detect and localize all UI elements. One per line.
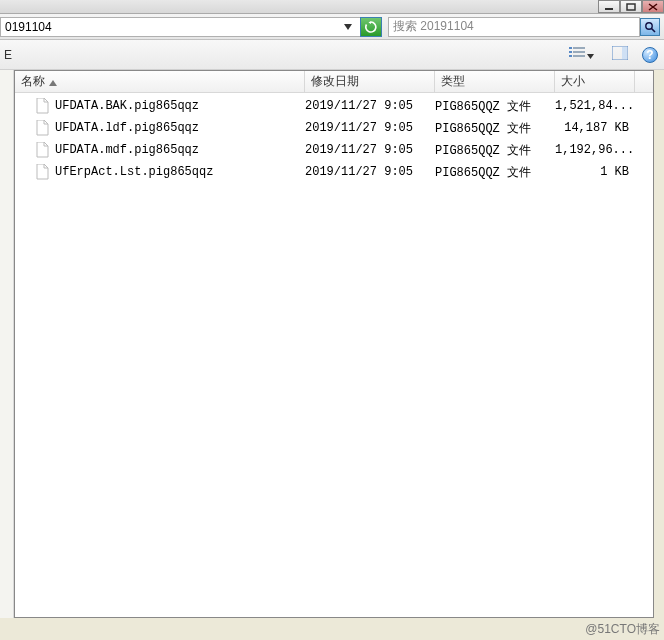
file-row[interactable]: UFDATA.mdf.pig865qqz2019/11/27 9:05PIG86… xyxy=(15,139,653,161)
file-name: UFDATA.ldf.pig865qqz xyxy=(55,121,305,135)
close-button[interactable] xyxy=(642,0,664,13)
titlebar xyxy=(0,0,664,14)
file-list-pane: 名称 修改日期 类型 大小 UFDATA.BAK.pig865qqz2019/1… xyxy=(14,70,654,618)
file-icon xyxy=(35,120,51,136)
file-icon xyxy=(35,164,51,180)
svg-point-2 xyxy=(646,22,652,28)
toolbar: E xyxy=(0,40,664,70)
help-icon: ? xyxy=(646,48,653,62)
file-row[interactable]: UFDATA.ldf.pig865qqz2019/11/27 9:05PIG86… xyxy=(15,117,653,139)
file-name: UFDATA.mdf.pig865qqz xyxy=(55,143,305,157)
svg-rect-3 xyxy=(569,47,572,49)
sort-asc-icon xyxy=(49,75,57,89)
svg-rect-1 xyxy=(627,4,635,10)
file-size: 1,192,96... xyxy=(555,143,635,157)
navigation-pane-edge[interactable] xyxy=(0,70,14,618)
column-header-name[interactable]: 名称 xyxy=(15,71,305,92)
address-path-text: 0191104 xyxy=(5,20,340,34)
file-size: 14,187 KB xyxy=(555,121,635,135)
file-icon xyxy=(35,98,51,114)
svg-rect-4 xyxy=(573,47,585,49)
chevron-down-icon xyxy=(587,48,594,62)
watermark-text: @51CTO博客 xyxy=(585,621,660,638)
explorer-window: 0191104 搜索 20191104 E xyxy=(0,0,664,640)
file-type: PIG865QQZ 文件 xyxy=(435,98,555,115)
search-icon xyxy=(644,21,656,33)
address-dropdown-icon[interactable] xyxy=(340,18,356,36)
address-bar[interactable]: 0191104 xyxy=(0,17,360,37)
views-icon xyxy=(569,46,585,63)
views-button[interactable] xyxy=(565,43,598,66)
svg-rect-10 xyxy=(622,47,627,59)
column-size-label: 大小 xyxy=(561,73,585,90)
file-row[interactable]: UFDATA.BAK.pig865qqz2019/11/27 9:05PIG86… xyxy=(15,95,653,117)
help-button[interactable]: ? xyxy=(642,47,658,63)
column-header-date[interactable]: 修改日期 xyxy=(305,71,435,92)
file-size: 1,521,84... xyxy=(555,99,635,113)
column-header-type[interactable]: 类型 xyxy=(435,71,555,92)
file-date: 2019/11/27 9:05 xyxy=(305,165,435,179)
preview-pane-button[interactable] xyxy=(608,43,632,66)
search-placeholder-text: 搜索 20191104 xyxy=(393,18,637,35)
file-name: UfErpAct.Lst.pig865qqz xyxy=(55,165,305,179)
file-size: 1 KB xyxy=(555,165,635,179)
refresh-icon xyxy=(365,21,377,33)
file-date: 2019/11/27 9:05 xyxy=(305,99,435,113)
window-right-edge xyxy=(654,70,664,618)
maximize-button[interactable] xyxy=(620,0,642,13)
search-button[interactable] xyxy=(640,18,660,36)
column-name-label: 名称 xyxy=(21,73,45,90)
toolbar-left-hint: E xyxy=(2,48,12,62)
file-name: UFDATA.BAK.pig865qqz xyxy=(55,99,305,113)
svg-rect-6 xyxy=(573,51,585,53)
svg-rect-0 xyxy=(605,8,613,10)
column-date-label: 修改日期 xyxy=(311,73,359,90)
svg-rect-8 xyxy=(573,55,585,57)
file-type: PIG865QQZ 文件 xyxy=(435,142,555,159)
preview-pane-icon xyxy=(612,46,628,63)
column-type-label: 类型 xyxy=(441,73,465,90)
file-type: PIG865QQZ 文件 xyxy=(435,164,555,181)
column-header-size[interactable]: 大小 xyxy=(555,71,635,92)
file-date: 2019/11/27 9:05 xyxy=(305,143,435,157)
column-header-row: 名称 修改日期 类型 大小 xyxy=(15,71,653,93)
svg-rect-7 xyxy=(569,55,572,57)
minimize-button[interactable] xyxy=(598,0,620,13)
file-row[interactable]: UfErpAct.Lst.pig865qqz2019/11/27 9:05PIG… xyxy=(15,161,653,183)
svg-rect-5 xyxy=(569,51,572,53)
column-header-spacer xyxy=(635,71,653,92)
navigation-bar: 0191104 搜索 20191104 xyxy=(0,14,664,40)
refresh-button[interactable] xyxy=(360,17,382,37)
file-icon xyxy=(35,142,51,158)
file-type: PIG865QQZ 文件 xyxy=(435,120,555,137)
file-date: 2019/11/27 9:05 xyxy=(305,121,435,135)
main-area: 名称 修改日期 类型 大小 UFDATA.BAK.pig865qqz2019/1… xyxy=(0,70,654,618)
search-input[interactable]: 搜索 20191104 xyxy=(388,17,640,37)
file-rows: UFDATA.BAK.pig865qqz2019/11/27 9:05PIG86… xyxy=(15,93,653,617)
